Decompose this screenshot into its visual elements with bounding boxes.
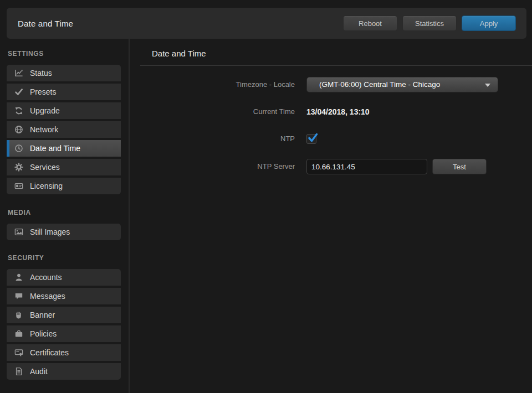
sidebar-item-label: Date and Time <box>30 144 80 153</box>
page: Date and Time Reboot Statistics Apply SE… <box>0 0 532 393</box>
sidebar-item-label: Messages <box>30 292 65 301</box>
ntp-row: NTP <box>140 131 532 147</box>
sidebar-item-label: Licensing <box>30 182 63 190</box>
sidebar-item-messages[interactable]: Messages <box>7 288 121 304</box>
sidebar-item-network[interactable]: Network <box>7 121 121 138</box>
sidebar-item-licensing[interactable]: Licensing <box>7 178 121 194</box>
refresh-icon <box>14 106 23 115</box>
document-icon <box>14 367 23 376</box>
sidebar-item-presets[interactable]: Presets <box>7 84 121 100</box>
sidebar-item-label: Services <box>30 163 60 172</box>
settings-group: Status Presets Upgrade <box>7 65 121 194</box>
test-button[interactable]: Test <box>432 159 487 174</box>
sidebar-item-label: Status <box>30 69 52 77</box>
timezone-row: Timezone - Locale (GMT-06:00) Central Ti… <box>140 77 532 92</box>
page-title: Date and Time <box>18 19 338 28</box>
sidebar-item-policies[interactable]: Policies <box>7 325 121 342</box>
clock-icon <box>14 144 23 153</box>
speech-bubble-icon <box>14 292 23 301</box>
certificate-icon <box>14 348 23 357</box>
sidebar-item-date-and-time[interactable]: Date and Time <box>7 140 121 157</box>
sidebar-item-label: Banner <box>30 311 55 319</box>
ntp-server-row: NTP Server Test <box>140 159 532 174</box>
gear-icon <box>14 163 23 172</box>
ntp-checkbox[interactable] <box>306 134 316 144</box>
sidebar-item-label: Still Images <box>30 227 70 236</box>
sidebar-item-label: Accounts <box>30 273 62 282</box>
security-group: Accounts Messages Bann <box>7 269 121 380</box>
chart-line-icon <box>14 69 23 77</box>
timezone-label: Timezone - Locale <box>140 77 295 92</box>
current-time-label: Current Time <box>140 104 295 120</box>
sidebar-item-label: Certificates <box>30 348 69 357</box>
sidebar-item-label: Upgrade <box>30 106 60 115</box>
sidebar-item-label: Presets <box>30 87 56 96</box>
reboot-button[interactable]: Reboot <box>343 15 397 31</box>
image-icon <box>14 227 23 236</box>
sidebar-item-label: Network <box>30 125 58 134</box>
timezone-select[interactable]: (GMT-06:00) Central Time - Chicago <box>306 77 498 92</box>
sidebar-item-audit[interactable]: Audit <box>7 363 121 380</box>
sidebar-item-label: Audit <box>30 367 48 376</box>
sidebar-item-accounts[interactable]: Accounts <box>7 269 121 286</box>
heading-rule <box>140 65 532 66</box>
current-time-value: 13/04/2018, 13:10 <box>306 104 370 120</box>
section-label-media: MEDIA <box>8 209 31 216</box>
apply-button[interactable]: Apply <box>462 15 516 31</box>
ntp-label: NTP <box>140 131 295 147</box>
sidebar-item-certificates[interactable]: Certificates <box>7 344 121 361</box>
statistics-button[interactable]: Statistics <box>402 15 457 31</box>
section-label-security: SECURITY <box>8 254 44 262</box>
sidebar-item-still-images[interactable]: Still Images <box>7 224 121 240</box>
briefcase-icon <box>14 329 23 338</box>
section-label-settings: SETTINGS <box>8 50 44 58</box>
header-bar: Date and Time Reboot Statistics Apply <box>7 8 526 39</box>
id-card-icon <box>14 182 23 190</box>
content-heading: Date and Time <box>152 49 206 58</box>
sidebar-item-label: Policies <box>30 329 57 338</box>
chevron-down-icon <box>485 84 490 87</box>
globe-icon <box>14 125 23 134</box>
ntp-server-input[interactable] <box>306 159 427 174</box>
sidebar-divider <box>129 39 130 393</box>
check-icon <box>14 87 23 96</box>
sidebar-item-status[interactable]: Status <box>7 65 121 81</box>
timezone-selected-value: (GMT-06:00) Central Time - Chicago <box>319 80 440 89</box>
sidebar-item-services[interactable]: Services <box>7 159 121 175</box>
checkmark-icon <box>308 133 319 144</box>
hand-icon <box>14 311 23 319</box>
sidebar-item-banner[interactable]: Banner <box>7 307 121 323</box>
current-time-row: Current Time 13/04/2018, 13:10 <box>140 104 532 120</box>
media-group: Still Images <box>7 224 121 240</box>
person-icon <box>14 273 23 282</box>
ntp-server-label: NTP Server <box>140 159 295 174</box>
sidebar-item-upgrade[interactable]: Upgrade <box>7 102 121 119</box>
